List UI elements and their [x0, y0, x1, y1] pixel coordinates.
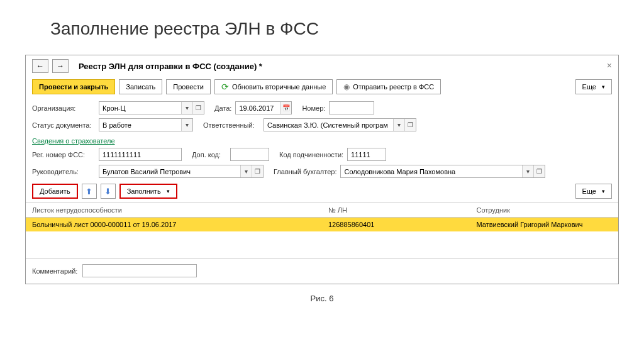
page-title: Заполнение реестра ЭЛН в ФСС	[50, 19, 619, 39]
send-label: Отправить реестр в ФСС	[353, 83, 434, 91]
send-icon: ◉	[343, 82, 350, 91]
dropdown-icon[interactable]: ▾	[181, 119, 192, 131]
org-input[interactable]	[99, 102, 181, 114]
table-area: Листок нетрудоспособности № ЛН Сотрудник…	[26, 203, 618, 259]
sub-field[interactable]	[347, 148, 386, 161]
post-and-close-button[interactable]: Провести и закрыть	[32, 79, 115, 94]
accountant-input[interactable]	[341, 165, 522, 177]
comment-field[interactable]	[82, 264, 197, 277]
titlebar: ← → Реестр ЭЛН для отправки в ФСС (созда…	[26, 55, 618, 77]
app-window: × ← → Реестр ЭЛН для отправки в ФСС (соз…	[25, 55, 619, 284]
sub-label: Код подчиненности:	[279, 151, 343, 158]
open-icon[interactable]: ❐	[252, 165, 263, 177]
status-field[interactable]: ▾	[99, 118, 193, 131]
table-header-sheet[interactable]: Листок нетрудоспособности	[26, 203, 322, 218]
responsible-field[interactable]: ▾ ❐	[264, 118, 416, 131]
cell-sheet[interactable]: Больничный лист 0000-000011 от 19.06.201…	[26, 218, 322, 232]
head-label: Руководитель:	[32, 168, 95, 175]
figure-caption: Рис. 6	[25, 294, 619, 303]
table-header-number[interactable]: № ЛН	[322, 203, 470, 218]
refresh-icon: ⟳	[221, 82, 229, 92]
arrow-down-icon: ⬇	[104, 187, 111, 196]
cell-employee[interactable]: Матвиевский Григорий Маркович	[470, 218, 619, 232]
nav-back-button[interactable]: ←	[32, 59, 48, 73]
reg-label: Рег. номер ФСС:	[32, 151, 95, 158]
more-button[interactable]: Еще	[575, 79, 612, 94]
dropdown-icon[interactable]: ▾	[240, 165, 252, 177]
window-title: Реестр ЭЛН для отправки в ФСС (создание)…	[79, 62, 262, 71]
fill-button[interactable]: Заполнить	[119, 184, 177, 199]
reg-input[interactable]	[99, 148, 181, 160]
date-label: Дата:	[214, 104, 231, 112]
number-field[interactable]	[329, 101, 374, 114]
add-button[interactable]: Добавить	[32, 184, 78, 199]
dropdown-icon[interactable]: ▾	[522, 165, 533, 177]
refresh-label: Обновить вторичные данные	[232, 83, 326, 91]
open-icon[interactable]: ❐	[192, 102, 204, 114]
close-icon[interactable]: ×	[607, 60, 612, 70]
cell-number[interactable]: 126885860401	[322, 218, 470, 232]
send-button[interactable]: ◉ Отправить реестр в ФСС	[336, 79, 441, 94]
move-up-button[interactable]: ⬆	[82, 184, 97, 199]
sub-input[interactable]	[348, 148, 386, 160]
responsible-label: Ответственный:	[203, 121, 260, 129]
number-input[interactable]	[330, 102, 374, 114]
arrow-up-icon: ⬆	[86, 187, 92, 196]
nav-forward-button[interactable]: →	[52, 59, 69, 73]
table-row[interactable]: Больничный лист 0000-000011 от 19.06.201…	[26, 218, 618, 232]
date-input[interactable]	[236, 102, 280, 114]
table-header-employee[interactable]: Сотрудник	[470, 203, 619, 218]
calendar-icon[interactable]: 📅	[280, 102, 291, 114]
main-toolbar: Провести и закрыть Записать Провести ⟳ О…	[26, 77, 618, 99]
dop-field[interactable]	[230, 148, 269, 161]
move-down-button[interactable]: ⬇	[101, 184, 116, 199]
table-toolbar: Добавить ⬆ ⬇ Заполнить Еще	[26, 180, 618, 203]
accountant-field[interactable]: ▾ ❐	[340, 165, 545, 178]
org-label: Организация:	[32, 104, 95, 112]
head-field[interactable]: ▾ ❐	[99, 165, 264, 178]
write-button[interactable]: Записать	[119, 79, 162, 94]
status-label: Статус документа:	[32, 121, 95, 129]
number-label: Номер:	[302, 104, 325, 112]
open-icon[interactable]: ❐	[404, 119, 416, 131]
post-button[interactable]: Провести	[166, 79, 211, 94]
refresh-button[interactable]: ⟳ Обновить вторичные данные	[214, 79, 333, 94]
status-input[interactable]	[99, 119, 181, 131]
date-field[interactable]: 📅	[235, 101, 292, 114]
sick-leave-table[interactable]: Листок нетрудоспособности № ЛН Сотрудник…	[26, 203, 618, 231]
reg-field[interactable]	[99, 148, 182, 161]
comment-input[interactable]	[83, 265, 196, 277]
dop-input[interactable]	[231, 148, 269, 160]
dropdown-icon[interactable]: ▾	[181, 102, 192, 114]
section-header[interactable]: Сведения о страхователе	[26, 133, 618, 146]
open-icon[interactable]: ❐	[533, 165, 545, 177]
dropdown-icon[interactable]: ▾	[393, 119, 404, 131]
dop-label: Доп. код:	[192, 151, 226, 158]
accountant-label: Главный бухгалтер:	[274, 168, 336, 175]
comment-label: Комментарий:	[32, 267, 77, 275]
org-field[interactable]: ▾ ❐	[99, 101, 204, 114]
table-more-button[interactable]: Еще	[575, 184, 612, 199]
responsible-input[interactable]	[264, 119, 393, 131]
head-input[interactable]	[99, 165, 240, 177]
